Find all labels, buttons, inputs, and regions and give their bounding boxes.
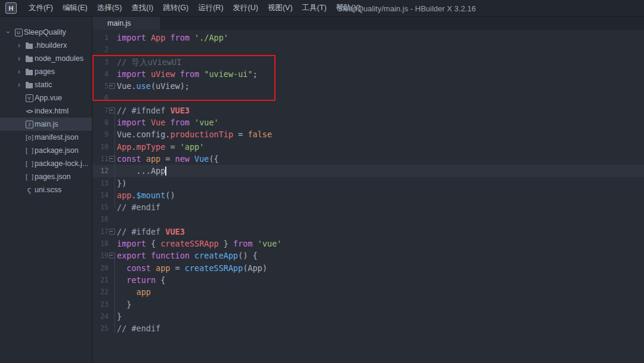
token-c: // 导入uViewUI bbox=[117, 57, 181, 67]
code-line-15[interactable]: 15// #endif bbox=[92, 201, 644, 213]
token-p: ; bbox=[253, 69, 258, 79]
code-line-17[interactable]: 17// #ifdef VUE3 bbox=[92, 226, 644, 238]
token-i: app bbox=[117, 190, 131, 200]
chevron-right-icon[interactable]: › bbox=[14, 41, 24, 50]
code-line-10[interactable]: 10App.mpType = 'app' bbox=[92, 141, 644, 153]
fold-collapse-icon[interactable] bbox=[109, 107, 115, 113]
menu-view[interactable]: 视图(V) bbox=[263, 0, 298, 16]
sidebar-item-app-vue[interactable]: VApp.vue bbox=[0, 91, 92, 104]
code-line-6[interactable]: 6 bbox=[92, 92, 644, 104]
chevron-right-icon[interactable]: › bbox=[14, 81, 24, 89]
fold-marker-slot bbox=[109, 107, 116, 113]
code-text: app.$mount() bbox=[116, 189, 175, 201]
json-icon: [ ] bbox=[24, 161, 35, 167]
sidebar-item-sleepquality[interactable]: ›USleepQuality bbox=[0, 26, 92, 39]
code-line-20[interactable]: 20 const app = createSSRApp(App) bbox=[92, 262, 644, 274]
chevron-right-icon[interactable]: › bbox=[14, 67, 24, 76]
code-line-7[interactable]: 7// #ifndef VUE3 bbox=[92, 104, 644, 116]
token-p bbox=[117, 275, 126, 285]
sidebar-item-static[interactable]: ›static bbox=[0, 78, 92, 91]
token-cd: VUE3 bbox=[165, 227, 185, 236]
token-p: ...App bbox=[117, 166, 165, 176]
sidebar-item-label: package-lock.j... bbox=[35, 159, 88, 168]
sidebar-item-main-js[interactable]: Jmain.js bbox=[0, 118, 92, 131]
chevron-down-icon[interactable]: › bbox=[4, 28, 13, 36]
line-number: 11 bbox=[92, 153, 109, 165]
fold-collapse-icon[interactable] bbox=[109, 253, 115, 259]
sidebar-item-package-lock-j-[interactable]: [ ]package-lock.j... bbox=[0, 157, 92, 170]
editor-pane: main.js 1import App from './App'23// 导入u… bbox=[92, 17, 644, 363]
code-line-1[interactable]: 1import App from './App' bbox=[92, 32, 644, 44]
menu-find[interactable]: 查找(I) bbox=[126, 0, 158, 16]
code-line-23[interactable]: 23 } bbox=[92, 299, 644, 310]
token-k: from bbox=[180, 69, 200, 79]
sidebar-item-pages-json[interactable]: [ ]pages.json bbox=[0, 170, 92, 183]
fold-marker-slot bbox=[109, 229, 116, 235]
code-line-2[interactable]: 2 bbox=[92, 44, 644, 56]
fold-collapse-icon[interactable] bbox=[109, 156, 115, 162]
code-line-12[interactable]: 12 ...App bbox=[92, 165, 644, 177]
token-k: const bbox=[117, 154, 141, 164]
code-text: import uView from "uview-ui"; bbox=[116, 68, 258, 80]
code-line-8[interactable]: 8import Vue from 'vue' bbox=[92, 116, 644, 128]
line-number: 9 bbox=[92, 128, 109, 140]
sidebar-item-index-html[interactable]: <>index.html bbox=[0, 104, 92, 118]
token-k: from bbox=[170, 118, 190, 127]
sidebar-item-label: SleepQuality bbox=[24, 28, 66, 36]
code-line-3[interactable]: 3// 导入uViewUI bbox=[92, 56, 644, 68]
token-k: export bbox=[117, 251, 146, 260]
token-s: "uview-ui" bbox=[204, 69, 252, 79]
code-line-4[interactable]: 4import uView from "uview-ui"; bbox=[92, 68, 644, 80]
menu-tools[interactable]: 工具(T) bbox=[298, 0, 332, 16]
sidebar-item-package-json[interactable]: [ ]package.json bbox=[0, 144, 92, 157]
code-line-14[interactable]: 14app.$mount() bbox=[92, 189, 644, 201]
sidebar-item-pages[interactable]: ›pages bbox=[0, 65, 92, 78]
tab-bar: main.js bbox=[92, 17, 644, 30]
menu-edit[interactable]: 编辑(E) bbox=[58, 0, 92, 16]
code-line-5[interactable]: 5Vue.use(uView); bbox=[92, 80, 644, 92]
line-number: 5 bbox=[92, 80, 109, 92]
sidebar-item-node-modules[interactable]: ›node_modules bbox=[0, 52, 92, 65]
line-number: 18 bbox=[92, 238, 109, 250]
text-caret bbox=[165, 167, 166, 176]
line-number: 24 bbox=[92, 310, 109, 322]
fold-collapse-icon[interactable] bbox=[109, 83, 115, 89]
token-k: import bbox=[117, 239, 146, 248]
token-p: . bbox=[131, 142, 136, 152]
line-number: 17 bbox=[92, 226, 109, 238]
code-line-16[interactable]: 16 bbox=[92, 213, 644, 225]
token-p bbox=[117, 263, 126, 273]
sidebar-item-manifest-json[interactable]: [o]manifest.json bbox=[0, 131, 92, 144]
menu-select[interactable]: 选择(S) bbox=[92, 0, 127, 16]
hbuilderx-logo-icon: H bbox=[5, 2, 17, 14]
tab-main-js[interactable]: main.js bbox=[92, 17, 160, 30]
token-p bbox=[175, 69, 180, 79]
sidebar-item-label: uni.scss bbox=[35, 186, 61, 194]
token-k: import bbox=[117, 118, 151, 127]
code-line-22[interactable]: 22 app bbox=[92, 286, 644, 298]
sidebar-item--hbuilderx[interactable]: ›.hbuilderx bbox=[0, 39, 92, 52]
code-line-18[interactable]: 18import { createSSRApp } from 'vue' bbox=[92, 238, 644, 250]
line-number: 10 bbox=[92, 141, 109, 153]
sidebar-item-uni-scss[interactable]: ϛuni.scss bbox=[0, 183, 92, 196]
menu-publish[interactable]: 发行(U) bbox=[228, 0, 263, 16]
menu-goto[interactable]: 跳转(G) bbox=[158, 0, 193, 16]
folder-icon bbox=[24, 69, 35, 75]
code-line-25[interactable]: 25// #endif bbox=[92, 322, 644, 334]
menu-file[interactable]: 文件(F) bbox=[24, 0, 58, 16]
menu-run[interactable]: 运行(R) bbox=[193, 0, 228, 16]
code-line-13[interactable]: 13}) bbox=[92, 177, 644, 189]
line-number: 1 bbox=[92, 32, 109, 44]
code-line-11[interactable]: 11const app = new Vue({ bbox=[92, 153, 644, 165]
line-number: 16 bbox=[92, 213, 109, 225]
sidebar-item-label: App.vue bbox=[35, 94, 62, 102]
chevron-right-icon[interactable]: › bbox=[14, 54, 24, 63]
code-line-24[interactable]: 24} bbox=[92, 310, 644, 322]
code-line-21[interactable]: 21 return { bbox=[92, 274, 644, 286]
token-s: 'app' bbox=[180, 142, 205, 152]
token-k: from bbox=[170, 33, 190, 42]
code-editor[interactable]: 1import App from './App'23// 导入uViewUI4i… bbox=[92, 30, 644, 363]
fold-collapse-icon[interactable] bbox=[109, 229, 115, 235]
code-line-19[interactable]: 19export function createApp() { bbox=[92, 250, 644, 262]
code-line-9[interactable]: 9Vue.config.productionTip = false bbox=[92, 128, 644, 140]
